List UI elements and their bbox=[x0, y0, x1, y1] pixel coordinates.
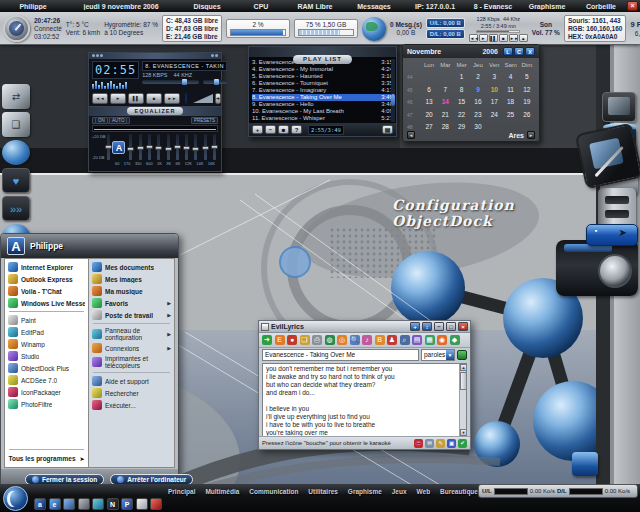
mail-icon[interactable] bbox=[63, 498, 75, 510]
internet-explorer-icon[interactable]: e bbox=[49, 498, 61, 510]
start-menu-item[interactable]: Voila - T'Chat bbox=[5, 285, 88, 297]
start-menu-item[interactable]: Winamp bbox=[5, 338, 88, 350]
start-menu-item[interactable]: EditPad bbox=[5, 326, 88, 338]
camera-icon[interactable] bbox=[92, 498, 104, 510]
eq-band-slider[interactable] bbox=[213, 134, 216, 160]
add-window-button[interactable]: + bbox=[410, 322, 420, 331]
search-icon[interactable]: ⌕ bbox=[400, 335, 410, 345]
start-menu-item[interactable]: Exécuter... bbox=[89, 399, 174, 411]
media-player-icon[interactable] bbox=[78, 498, 90, 510]
calendar-day[interactable]: 20 bbox=[421, 109, 437, 122]
playlist-item[interactable]: 5. Evanescence - Haunted3:10 bbox=[252, 73, 393, 80]
player-transport-button[interactable]: ▲ bbox=[519, 34, 528, 42]
tablet-pen-icon[interactable] bbox=[575, 123, 640, 190]
calendar-day[interactable]: 9 bbox=[470, 84, 486, 97]
playlist-item[interactable]: 10. Evanescence - My Last Breath4:09 bbox=[252, 108, 393, 115]
notepad-icon[interactable]: N bbox=[107, 498, 119, 510]
start-menu-item[interactable]: PhotoFiltre bbox=[5, 398, 88, 410]
eject-button[interactable] bbox=[185, 92, 187, 104]
computer-icon[interactable]: ❑ bbox=[2, 112, 30, 137]
playlist-item[interactable]: 7. Evanescence - Imaginary4:17 bbox=[252, 87, 393, 94]
calendar-day[interactable]: 23 bbox=[470, 109, 486, 122]
eq-band-slider[interactable] bbox=[194, 134, 197, 160]
eq-band-slider[interactable] bbox=[129, 134, 132, 160]
sphere-icon[interactable] bbox=[136, 498, 148, 510]
log-off-button[interactable]: Fermer la session bbox=[25, 474, 104, 485]
calendar-day[interactable]: 4 bbox=[502, 71, 518, 84]
dock-category-bureautique[interactable]: Bureautique bbox=[440, 488, 478, 495]
target-icon[interactable]: ◎ bbox=[337, 335, 347, 345]
calendar-list-button[interactable]: L bbox=[503, 47, 513, 56]
equalizer-titlebar[interactable]: EQUALIZER bbox=[89, 107, 221, 116]
start-menu-item[interactable]: Mes documents bbox=[89, 261, 174, 273]
volume-slider[interactable] bbox=[142, 80, 199, 84]
mouth-icon[interactable]: 👄 bbox=[414, 439, 423, 448]
dock-item-icon[interactable] bbox=[572, 452, 598, 476]
start-button[interactable] bbox=[3, 486, 28, 511]
shut-down-button[interactable]: Arrêter l'ordinateur bbox=[110, 474, 193, 485]
playlist-item[interactable]: 9. Evanescence - Hello3:40 bbox=[252, 101, 393, 108]
playlist-titlebar[interactable]: PLAY LIST bbox=[249, 47, 396, 57]
start-menu-item[interactable]: Favoris▶ bbox=[89, 297, 174, 309]
start-menu-item[interactable]: Poste de travail▶ bbox=[89, 309, 174, 321]
stop-button[interactable]: ■ bbox=[146, 93, 162, 104]
remove-button[interactable]: − bbox=[265, 125, 276, 134]
evillyrics-titlebar[interactable]: EvilLyrics +↕−□× bbox=[259, 321, 470, 333]
playlist-menu-button[interactable]: ▤ bbox=[382, 125, 393, 134]
note-icon[interactable]: ✎ bbox=[436, 439, 445, 448]
pin-window-button[interactable]: ↕ bbox=[422, 322, 432, 331]
start-menu-item[interactable]: Rechercher bbox=[89, 387, 174, 399]
go-button[interactable] bbox=[457, 350, 467, 360]
eq-on-button[interactable]: ON bbox=[95, 117, 108, 124]
calendar-day[interactable]: 11 bbox=[502, 84, 518, 97]
balance-slider[interactable] bbox=[203, 80, 227, 84]
gem-icon[interactable]: ◆ bbox=[450, 335, 460, 345]
calendar-day[interactable]: 18 bbox=[502, 96, 518, 109]
calendar-close-icon[interactable]: X bbox=[525, 47, 535, 56]
camera-icon[interactable] bbox=[556, 240, 638, 296]
calendar-day[interactable]: 26 bbox=[519, 109, 535, 122]
calendar-day[interactable]: 22 bbox=[453, 109, 469, 122]
calendar-day[interactable]: 10 bbox=[486, 84, 502, 97]
dock-category-jeux[interactable]: Jeux bbox=[392, 488, 407, 495]
scroll-up-icon[interactable]: ▲ bbox=[460, 364, 467, 371]
calendar-day[interactable]: 17 bbox=[486, 96, 502, 109]
pause-button[interactable]: ▌▌ bbox=[128, 93, 144, 104]
eq-band-slider[interactable] bbox=[157, 134, 160, 160]
close-icon[interactable]: × bbox=[458, 322, 468, 331]
aston-icon[interactable]: a bbox=[34, 498, 46, 510]
eq-presets-button[interactable]: PRESETS bbox=[191, 117, 218, 124]
eq-band-slider[interactable] bbox=[167, 134, 170, 160]
player-transport-button[interactable]: ■ bbox=[499, 34, 508, 42]
start-menu-item[interactable]: IconPackager bbox=[5, 386, 88, 398]
print-icon[interactable]: ⎙ bbox=[312, 335, 322, 345]
start-menu-item[interactable]: Ma musique bbox=[89, 285, 174, 297]
calendar-day[interactable]: 25 bbox=[502, 109, 518, 122]
calendar-day[interactable]: 13 bbox=[421, 96, 437, 109]
eq-band-slider[interactable] bbox=[176, 134, 179, 160]
globe-icon[interactable] bbox=[2, 140, 30, 165]
track-progress[interactable] bbox=[476, 30, 520, 33]
calendar-day[interactable]: 1 bbox=[453, 71, 469, 84]
dock-category-principal[interactable]: Principal bbox=[168, 488, 195, 495]
scroll-down-icon[interactable]: ▼ bbox=[460, 429, 467, 436]
edit-icon[interactable]: E bbox=[275, 335, 285, 345]
calendar-day[interactable]: 15 bbox=[453, 96, 469, 109]
start-menu-item[interactable]: Panneau de configuration▶ bbox=[89, 326, 174, 342]
calendar-day[interactable]: 2 bbox=[470, 71, 486, 84]
source-dropdown[interactable]: paroles▼ bbox=[421, 349, 455, 361]
mic-icon[interactable]: ♪ bbox=[362, 335, 372, 345]
web-icon[interactable]: ◍ bbox=[325, 335, 335, 345]
windows-button-icon[interactable]: ➤ bbox=[586, 224, 638, 246]
start-menu-item[interactable]: Paint bbox=[5, 314, 88, 326]
screen-icon[interactable] bbox=[602, 92, 636, 122]
start-menu-item[interactable]: Mes images bbox=[89, 273, 174, 285]
start-menu-item[interactable]: ACDSee 7.0 bbox=[5, 374, 88, 386]
volume-wedge[interactable] bbox=[193, 94, 213, 103]
card-icon[interactable]: ▤ bbox=[412, 335, 422, 345]
next-button[interactable]: ►► bbox=[164, 93, 180, 104]
preview-icon[interactable]: 🔍 bbox=[350, 335, 360, 345]
add-button[interactable]: + bbox=[252, 125, 263, 134]
winamp-icon[interactable] bbox=[150, 498, 162, 510]
dock-category-graphisme[interactable]: Graphisme bbox=[348, 488, 382, 495]
